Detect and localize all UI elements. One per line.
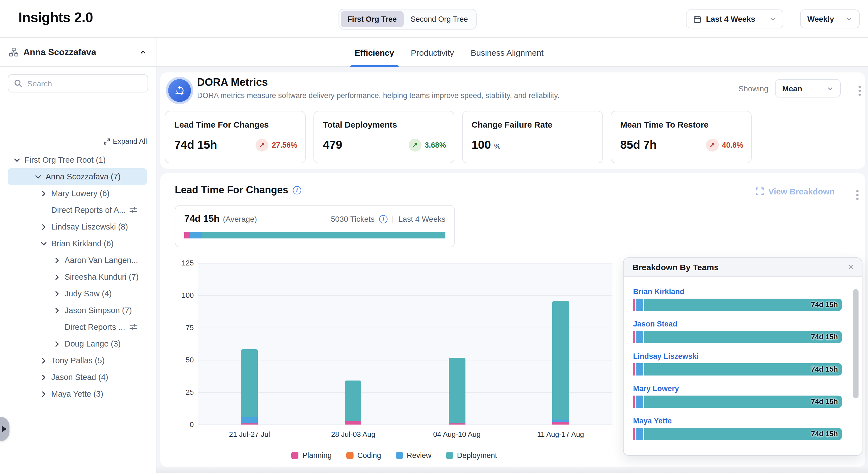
- tree-item-label: Anna Scozzafava (7): [45, 172, 121, 181]
- chevron-right-icon[interactable]: [40, 223, 51, 230]
- sidebar-item-direct-reports[interactable]: Direct Reports ...: [0, 319, 155, 335]
- sidebar-item-jason-simpson-7[interactable]: Jason Simpson (7): [0, 302, 155, 319]
- bar-segment-planning: [633, 428, 636, 440]
- trend-badge: ↗40.8%: [706, 139, 743, 151]
- legend-item-coding[interactable]: Coding: [346, 451, 381, 460]
- info-icon[interactable]: i: [292, 186, 301, 195]
- sidebar-item-aaron-van-langen[interactable]: Aaron Van Langen...: [0, 252, 155, 269]
- aggregation-select[interactable]: Mean: [775, 79, 841, 97]
- lead-time-section: Lead Time For Changes i View Breakdown 7…: [160, 173, 865, 467]
- expand-all-button[interactable]: Expand All: [103, 137, 147, 145]
- filter-icon[interactable]: [129, 206, 137, 214]
- close-icon[interactable]: ✕: [847, 263, 855, 272]
- chevron-right-icon[interactable]: [54, 340, 65, 347]
- info-icon[interactable]: i: [379, 215, 388, 223]
- tab-productivity[interactable]: Productivity: [410, 38, 455, 67]
- chevron-down-icon[interactable]: [13, 156, 25, 164]
- sidebar-item-sireesha-kunduri-7[interactable]: Sireesha Kunduri (7): [0, 269, 155, 285]
- bar-segment-review: [637, 331, 643, 343]
- sidebar-item-first-org-tree-root-1[interactable]: First Org Tree Root (1): [0, 151, 155, 168]
- y-axis-tick: 50: [176, 356, 194, 364]
- sidebar-item-mary-lowery-6[interactable]: Mary Lowery (6): [0, 185, 155, 202]
- toggle-second-org-tree[interactable]: Second Org Tree: [404, 11, 475, 27]
- team-name-link[interactable]: Maya Yette: [633, 417, 672, 425]
- sidebar-item-direct-reports-of-a[interactable]: Direct Reports of A...: [0, 202, 155, 218]
- bar-segment-deployment: [552, 301, 569, 419]
- lead-time-kebab-menu[interactable]: [854, 188, 861, 202]
- y-axis-tick: 100: [176, 291, 194, 299]
- legend-item-deployment[interactable]: Deployment: [446, 451, 497, 460]
- legend-item-planning[interactable]: Planning: [291, 451, 332, 460]
- chevron-right-icon[interactable]: [54, 257, 65, 264]
- y-axis-tick: 125: [176, 259, 194, 267]
- trend-badge: ↗3.68%: [408, 139, 446, 151]
- chevron-right-icon[interactable]: [54, 290, 65, 297]
- granularity-select[interactable]: Weekly: [800, 9, 860, 28]
- team-bar[interactable]: 74d 15h: [633, 395, 842, 408]
- sidebar-item-anna-scozzafava-7[interactable]: Anna Scozzafava (7): [8, 168, 147, 185]
- top-header: Insights 2.0 First Org Tree Second Org T…: [0, 0, 868, 38]
- team-bar[interactable]: 74d 15h: [633, 331, 842, 343]
- sidebar-item-lindsay-liszewski-8[interactable]: Lindsay Liszewski (8): [0, 218, 155, 235]
- team-name-link[interactable]: Mary Lowery: [633, 384, 679, 393]
- trend-up-arrow-icon: ↗: [408, 139, 421, 151]
- team-bar-value: 74d 15h: [811, 430, 838, 438]
- bar-segment-planning: [241, 423, 258, 424]
- chevron-down-icon[interactable]: [40, 240, 51, 247]
- team-name-link[interactable]: Jason Stead: [633, 320, 677, 328]
- sidebar-item-doug-lange-3[interactable]: Doug Lange (3): [0, 335, 155, 352]
- team-bar[interactable]: 74d 15h: [633, 428, 842, 440]
- chevron-right-icon[interactable]: [54, 307, 65, 314]
- chevron-right-icon[interactable]: [40, 390, 51, 397]
- filter-icon[interactable]: [129, 323, 137, 331]
- view-breakdown-button[interactable]: View Breakdown: [755, 187, 835, 196]
- chart: 21 Jul-27 Jul28 Jul-03 Aug04 Aug-10 Aug1…: [176, 256, 613, 464]
- chart-bar-column: [405, 263, 509, 424]
- sidebar-item-maya-yette-3[interactable]: Maya Yette (3): [0, 386, 155, 402]
- tree-item-label: Jason Simpson (7): [65, 306, 132, 315]
- dora-kebab-menu[interactable]: [856, 84, 863, 98]
- team-name-link[interactable]: Lindsay Liszewski: [633, 352, 699, 360]
- team-name-link[interactable]: Brian Kirkland: [633, 288, 685, 296]
- x-axis-labels: 21 Jul-27 Jul28 Jul-03 Aug04 Aug-10 Aug1…: [198, 430, 613, 439]
- bar-segment-planning: [633, 299, 636, 311]
- metric-card-value: 85d 7h: [620, 138, 657, 151]
- main-content: Efficiency Productivity Business Alignme…: [156, 38, 868, 473]
- breakdown-panel-header: Breakdown By Teams ✕: [624, 258, 862, 277]
- sidebar-user-header[interactable]: Anna Scozzafava: [0, 38, 156, 67]
- bar-segment-review: [552, 419, 569, 422]
- sidebar-item-judy-saw-4[interactable]: Judy Saw (4): [0, 285, 155, 302]
- chevron-up-icon[interactable]: [139, 48, 147, 56]
- tab-business-alignment[interactable]: Business Alignment: [470, 38, 545, 67]
- sidebar-item-jason-stead-4[interactable]: Jason Stead (4): [0, 369, 155, 386]
- team-bar[interactable]: 74d 15h: [633, 299, 842, 311]
- chevron-right-icon[interactable]: [40, 190, 51, 197]
- tab-efficiency[interactable]: Efficiency: [353, 38, 395, 67]
- search-input[interactable]: [8, 74, 148, 92]
- team-bar[interactable]: 74d 15h: [633, 363, 842, 376]
- sidebar-item-tony-pallas-5[interactable]: Tony Pallas (5): [0, 352, 155, 369]
- expand-all-label: Expand All: [113, 137, 147, 145]
- chevron-right-icon[interactable]: [40, 374, 51, 381]
- chevron-down-icon[interactable]: [34, 173, 45, 180]
- chevron-right-icon[interactable]: [54, 273, 65, 280]
- chart-bar-04-aug-10-aug[interactable]: [448, 358, 465, 424]
- bar-segment-planning: [633, 331, 636, 343]
- sidebar-item-brian-kirkland-6[interactable]: Brian Kirkland (6): [0, 235, 155, 252]
- chart-bar-28-jul-03-aug[interactable]: [345, 381, 362, 424]
- scrollbar-thumb[interactable]: [853, 289, 859, 398]
- calendar-icon: [693, 15, 702, 23]
- bar-segment-deployment: [241, 350, 258, 418]
- legend-item-review[interactable]: Review: [396, 451, 432, 460]
- date-range-select[interactable]: Last 4 Weeks: [686, 9, 783, 28]
- team-bar-value: 74d 15h: [811, 365, 838, 373]
- chart-bar-11-aug-17-aug[interactable]: [552, 301, 569, 424]
- average-label: (Average): [223, 214, 257, 224]
- search-icon: [13, 79, 23, 88]
- breakdown-title: Breakdown By Teams: [632, 262, 847, 272]
- tabs-bar: Efficiency Productivity Business Alignme…: [156, 38, 868, 67]
- toggle-first-org-tree[interactable]: First Org Tree: [341, 11, 403, 27]
- chevron-right-icon[interactable]: [40, 357, 51, 364]
- chart-bars: [198, 263, 613, 424]
- chart-bar-21-jul-27-jul[interactable]: [241, 350, 258, 424]
